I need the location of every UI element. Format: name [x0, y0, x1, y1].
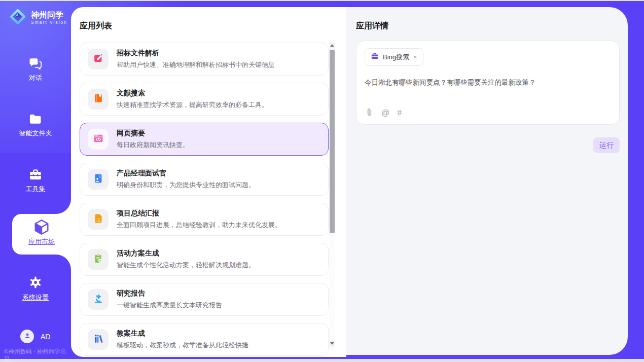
app-card-title: 活动方案生成 — [117, 249, 255, 258]
close-icon[interactable]: × — [413, 54, 417, 60]
app-card-title: 产品经理面试官 — [117, 169, 255, 178]
folder-icon — [0, 113, 71, 125]
app-card-description: 每日政府新闻资讯快查。 — [117, 140, 189, 150]
browser-code-icon — [93, 133, 104, 146]
app-card-title: 网页摘要 — [117, 129, 189, 138]
scrollbar-up-button[interactable] — [329, 42, 335, 49]
person-doc-icon — [93, 173, 104, 186]
app-card[interactable]: 产品经理面试官 明确身份和职责，为您提供专业性的面试问题。 — [80, 163, 329, 196]
scrollbar-thumb[interactable] — [330, 50, 335, 233]
sidebar-item-chat[interactable]: 对话 — [0, 57, 71, 83]
app-card[interactable]: 研究报告 一键智能生成高质量长文本研究报告 — [80, 283, 329, 316]
prompt-text[interactable]: 今日湖北有哪些新闻要点？有哪些需要关注的最新政策？ — [365, 78, 611, 87]
chat-icon — [0, 57, 71, 70]
sidebar-item-folders[interactable]: 智能文件夹 — [0, 113, 71, 138]
diamond-logo-icon — [8, 7, 27, 28]
sidebar-item-tools[interactable]: 工具集 — [0, 168, 71, 194]
app-card-description: 帮助用户快速、准确地理解和解析招标书中的关键信息 — [117, 60, 275, 69]
app-detail-panel: 应用详情 Bing搜索 × 今日湖北有哪些新闻要点？有哪些需要关注的最新政策？ … — [346, 7, 628, 355]
sidebar-item-label: 应用市场 — [12, 237, 71, 246]
run-button[interactable]: 运行 — [593, 137, 620, 153]
app-card[interactable]: 教案生成 模板驱动，教案秒成，教学准备从此轻松快捷 — [80, 323, 329, 356]
sidebar-item-label: 系统设置 — [0, 293, 71, 302]
avatar — [20, 330, 34, 343]
sidebar-item-label: 对话 — [0, 74, 71, 83]
selected-tab-notch — [56, 199, 71, 214]
selected-tab-notch — [56, 255, 71, 270]
user-name: AD — [41, 333, 50, 341]
app-card[interactable]: 项目总结汇报 全面回顾项目进展，总结经验教训，助力未来优化发展。 — [80, 203, 329, 236]
arrow-down-icon — [330, 342, 334, 345]
tool-tag-label: Bing搜索 — [383, 53, 409, 62]
books-icon — [93, 333, 104, 346]
sidebar: 神州问学 Smart Vision 对话 智能文件夹 — [0, 1, 71, 359]
brand-logo: 神州问学 Smart Vision — [8, 7, 67, 28]
app-list-panel: 应用列表 招标文件解析 帮助用户快速、准确地理解和解析招标书中的关键信息 文献搜… — [71, 7, 346, 357]
attachment-toolbar: @ # — [365, 107, 402, 119]
edit-icon — [93, 53, 104, 66]
app-card-description: 明确身份和职责，为您提供专业性的面试问题。 — [117, 180, 255, 190]
app-card-description: 全面回顾项目进展，总结经验教训，助力未来优化发展。 — [117, 221, 281, 230]
app-card-title: 文献搜索 — [117, 89, 268, 98]
sidebar-item-market[interactable]: 应用市场 — [12, 214, 71, 255]
clipboard-check-icon — [93, 253, 104, 266]
app-card-title: 研究报告 — [117, 289, 222, 298]
brand-name: 神州问学 — [31, 11, 67, 20]
app-list-title: 应用列表 — [80, 21, 112, 31]
arrow-up-icon — [330, 44, 334, 47]
mention-at-icon[interactable]: @ — [381, 108, 389, 118]
app-card-title: 教案生成 — [117, 329, 248, 338]
scrollbar[interactable] — [329, 42, 335, 350]
app-card-description: 智能生成个性化活动方案，轻松解决规划难题。 — [117, 261, 255, 270]
app-card-description: 一键智能生成高质量长文本研究报告 — [117, 301, 222, 310]
brand-subtitle: Smart Vision — [31, 20, 67, 25]
hash-icon[interactable]: # — [397, 108, 402, 118]
app-card-title: 项目总结汇报 — [117, 209, 281, 218]
app-card-title: 招标文件解析 — [117, 49, 275, 58]
sidebar-item-label: 工具集 — [0, 185, 71, 194]
app-card[interactable]: 文献搜索 快速精准查找学术资源，提高研究效率的必备工具。 — [80, 83, 329, 116]
toolbox-icon — [0, 168, 71, 181]
app-card-description: 模板驱动，教案秒成，教学准备从此轻松快捷 — [117, 341, 248, 350]
microscope-icon — [93, 293, 104, 306]
app-card[interactable]: 活动方案生成 智能生成个性化活动方案，轻松解决规划难题。 — [80, 243, 329, 276]
app-detail-title: 应用详情 — [356, 21, 388, 31]
doc-grid-icon — [93, 213, 104, 226]
prompt-input-card[interactable]: Bing搜索 × 今日湖北有哪些新闻要点？有哪些需要关注的最新政策？ @ # — [356, 41, 620, 125]
sidebar-item-settings[interactable]: 系统设置 — [0, 275, 71, 302]
app-card-description: 快速精准查找学术资源，提高研究效率的必备工具。 — [117, 100, 268, 110]
app-card[interactable]: 网页摘要 每日政府新闻资讯快查。 — [80, 123, 329, 156]
copyright-text: ©神州数码 · 神州问学出品 — [4, 348, 71, 362]
person-icon — [23, 332, 31, 341]
paperclip-icon[interactable] — [365, 107, 374, 119]
user-account[interactable]: AD — [20, 330, 50, 343]
scrollbar-down-button[interactable] — [329, 340, 335, 347]
app-card-list: 招标文件解析 帮助用户快速、准确地理解和解析招标书中的关键信息 文献搜索 快速精… — [80, 43, 329, 357]
app-card[interactable]: 招标文件解析 帮助用户快速、准确地理解和解析招标书中的关键信息 — [80, 43, 329, 76]
cube-icon — [12, 218, 71, 236]
briefcase-icon — [371, 52, 379, 62]
sidebar-item-label: 智能文件夹 — [0, 129, 71, 138]
book-icon — [93, 93, 104, 106]
gear-icon — [0, 275, 71, 289]
tool-tag-bing[interactable]: Bing搜索 × — [365, 48, 423, 66]
